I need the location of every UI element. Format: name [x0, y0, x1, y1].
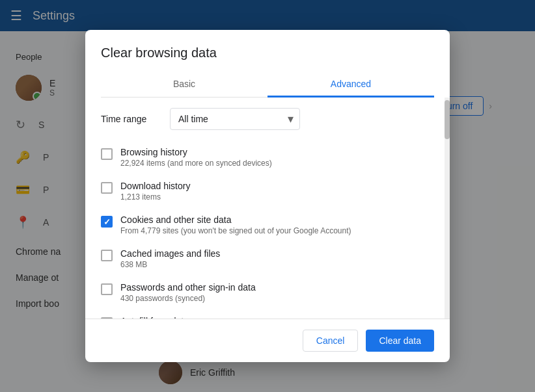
checkbox-cached: Cached images and files 638 MB: [101, 242, 429, 276]
clear-data-button[interactable]: Clear data: [366, 330, 434, 352]
cancel-button[interactable]: Cancel: [303, 330, 359, 352]
cookies-label: Cookies and other site data: [120, 215, 429, 225]
checkbox-download-history-input[interactable]: [101, 182, 113, 194]
download-history-desc: 1,213 items: [120, 192, 429, 202]
cached-desc: 638 MB: [120, 260, 429, 269]
scrollbar-thumb[interactable]: [445, 100, 450, 139]
scrollbar-track[interactable]: [445, 98, 450, 319]
time-range-row: Time range All time Last hour Last 24 ho…: [101, 108, 429, 130]
tab-basic[interactable]: Basic: [101, 71, 268, 97]
passwords-desc: 430 passwords (synced): [120, 294, 429, 303]
cookies-desc: From 4,779 sites (you won't be signed ou…: [120, 226, 429, 235]
dialog-title: Clear browsing data: [85, 30, 450, 71]
time-range-label: Time range: [101, 114, 159, 124]
time-range-select-wrapper[interactable]: All time Last hour Last 24 hours Last 7 …: [170, 108, 300, 130]
checkbox-browsing-history-input[interactable]: [101, 148, 113, 160]
checkbox-autofill: Autofill form data: [101, 309, 429, 319]
checkbox-cookies-input[interactable]: ✓: [101, 216, 113, 228]
browsing-history-desc: 22,924 items (and more on synced devices…: [120, 159, 429, 168]
checkbox-passwords: Passwords and other sign-in data 430 pas…: [101, 276, 429, 309]
dialog-footer: Cancel Clear data: [85, 319, 450, 362]
passwords-label: Passwords and other sign-in data: [120, 282, 429, 293]
browsing-history-label: Browsing history: [120, 147, 429, 157]
dialog-tabs: Basic Advanced: [101, 71, 434, 98]
time-range-select[interactable]: All time Last hour Last 24 hours Last 7 …: [170, 108, 300, 130]
checkmark-icon: ✓: [103, 217, 111, 227]
checkbox-cookies: ✓ Cookies and other site data From 4,779…: [101, 208, 429, 242]
clear-browsing-data-dialog: Clear browsing data Basic Advanced Time …: [85, 30, 450, 362]
checkbox-passwords-input[interactable]: [101, 283, 113, 295]
download-history-label: Download history: [120, 181, 429, 191]
checkbox-download-history: Download history 1,213 items: [101, 174, 429, 208]
checkbox-browsing-history: Browsing history 22,924 items (and more …: [101, 140, 429, 174]
dialog-scroll-area: Time range All time Last hour Last 24 ho…: [85, 98, 450, 319]
modal-overlay: Clear browsing data Basic Advanced Time …: [0, 0, 535, 392]
cached-label: Cached images and files: [120, 248, 429, 259]
dialog-content: Time range All time Last hour Last 24 ho…: [85, 98, 445, 319]
tab-advanced[interactable]: Advanced: [268, 71, 434, 97]
checkbox-cached-input[interactable]: [101, 250, 113, 261]
